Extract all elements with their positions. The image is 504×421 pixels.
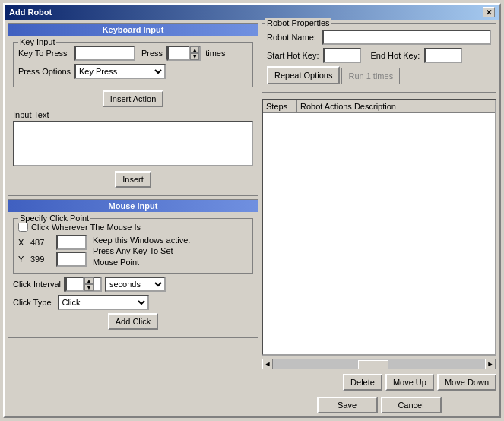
press-value-input[interactable]: 1 [167,46,190,61]
robot-name-label: Robot Name: [267,33,316,42]
robot-props-label: Robot Properties [265,18,331,27]
x-label: X [18,238,27,247]
add-click-button[interactable]: Add Click [108,313,158,330]
click-wherever-label: Click Wherever The Mouse Is [31,223,141,232]
y-label: Y [18,255,27,264]
scroll-track[interactable] [273,359,485,369]
insert-button[interactable]: Insert [115,171,151,188]
specify-click-point-group: Specify Click Point Click Wherever The M… [13,218,253,274]
click-type-label: Click Type [13,298,52,307]
scroll-thumb[interactable] [358,360,388,369]
seconds-select[interactable]: seconds milliseconds [105,277,166,292]
end-hotkey-label: End Hot Key: [370,51,420,60]
key-to-press-label: Key To Press [18,49,71,58]
interval-down-button[interactable]: ▼ [84,284,94,291]
mouse-input-inner: Specify Click Point Click Wherever The M… [8,215,258,337]
insert-action-button[interactable]: Insert Action [103,90,164,107]
content-area: Keyboard Input Key Input Key To Press Pr… [5,20,499,416]
end-hotkey-input[interactable]: <F11> [424,48,462,63]
press-options-select[interactable]: Key Press Key Down Key Up [74,64,166,79]
cancel-button[interactable]: Cancel [381,397,442,413]
click-wherever-checkbox[interactable] [18,222,28,232]
move-down-button[interactable]: Move Down [437,374,496,391]
hotkey-row: Start Hot Key: None End Hot Key: <F11> [267,48,491,63]
key-input-subgroup: Key Input Key To Press Press 1 ▲ ▼ [13,42,253,87]
insert-row: Insert [13,171,253,188]
save-cancel-row: Save Cancel [262,397,496,413]
click-interval-spinner[interactable]: 2 ▲ ▼ [64,277,102,292]
y-value: 399 [30,255,53,264]
keyboard-input-title: Keyboard Input [8,24,258,36]
spinner-buttons: ▲ ▼ [190,46,199,60]
x-coord-row: X 487 0 [18,235,87,250]
input-text-section: Input Text [13,110,253,168]
input-text-label: Input Text [13,110,253,119]
click-type-select[interactable]: Click Double Click Right Click [58,295,149,310]
click-type-row: Click Type Click Double Click Right Clic… [13,295,253,310]
start-hotkey-input[interactable]: None [323,48,361,63]
y-input[interactable]: 0 [56,252,87,267]
interval-spinner-btns: ▲ ▼ [84,277,94,291]
steps-header: Steps Robot Actions Description [263,100,495,113]
steps-body [263,113,495,352]
close-button[interactable]: ✕ [483,7,495,17]
repeat-options-button[interactable]: Repeat Options [267,66,340,84]
scroll-left-button[interactable]: ◄ [262,359,273,369]
xy-inputs: X 487 0 Y 399 0 [18,235,87,268]
click-interval-label: Click Interval [13,280,61,289]
keep-active-text: Keep this Windows active. Press Any Key … [93,235,199,268]
keyboard-input-group: Keyboard Input Key Input Key To Press Pr… [8,23,258,196]
action-buttons-row: Delete Move Up Move Down [262,374,496,391]
input-text-area[interactable] [13,121,253,166]
add-click-row: Add Click [13,313,253,330]
specify-click-label: Specify Click Point [18,214,90,223]
start-hotkey-label: Start Hot Key: [267,51,319,60]
actions-column-header: Robot Actions Description [297,100,495,112]
click-wherever-row: Click Wherever The Mouse Is [18,222,248,232]
press-options-label: Press Options [18,67,71,76]
insert-action-row: Insert Action [13,90,253,107]
mouse-input-title: Mouse Input [8,200,258,212]
press-label: Press [141,49,163,58]
click-interval-row: Click Interval 2 ▲ ▼ seconds millisecond… [13,277,253,292]
main-window: Add Robot ✕ Keyboard Input Key Input Key… [3,3,501,418]
key-to-press-row: Key To Press Press 1 ▲ ▼ times [18,46,248,61]
x-input[interactable]: 0 [56,235,87,250]
window-title: Add Robot [9,8,52,17]
press-options-row: Press Options Key Press Key Down Key Up [18,64,248,79]
coords-section: X 487 0 Y 399 0 Keep this Wind [18,235,248,268]
steps-table: Steps Robot Actions Description [262,99,496,356]
move-up-button[interactable]: Move Up [385,374,434,391]
robot-name-row: Robot Name: [267,30,491,45]
times-label: times [205,49,225,58]
press-spinner[interactable]: 1 ▲ ▼ [166,46,201,61]
steps-column-header: Steps [263,100,297,112]
left-panel: Keyboard Input Key Input Key To Press Pr… [8,23,258,413]
y-coord-row: Y 399 0 [18,252,87,267]
click-interval-input[interactable]: 2 [65,277,84,292]
delete-button[interactable]: Delete [343,374,382,391]
key-input-label: Key Input [18,37,56,46]
repeat-run-row: Repeat Options Run 1 times [267,66,491,84]
robot-properties-wrapper: Robot Properties Robot Name: Start Hot K… [262,23,496,93]
spinner-down-button[interactable]: ▼ [190,53,199,60]
run-times-button[interactable]: Run 1 times [341,68,400,84]
right-panel: Robot Properties Robot Name: Start Hot K… [262,23,496,413]
save-button[interactable]: Save [317,397,378,413]
spinner-up-button[interactable]: ▲ [190,46,199,53]
scroll-right-button[interactable]: ► [485,359,496,369]
interval-up-button[interactable]: ▲ [84,277,94,284]
horizontal-scrollbar[interactable]: ◄ ► [262,359,496,369]
title-bar: Add Robot ✕ [5,5,499,20]
key-to-press-input[interactable] [74,46,135,61]
mouse-input-group: Mouse Input Specify Click Point Click Wh… [8,199,258,338]
x-value: 487 [30,238,53,247]
robot-name-input[interactable] [322,30,491,45]
keyboard-input-inner: Key Input Key To Press Press 1 ▲ ▼ [8,39,258,195]
